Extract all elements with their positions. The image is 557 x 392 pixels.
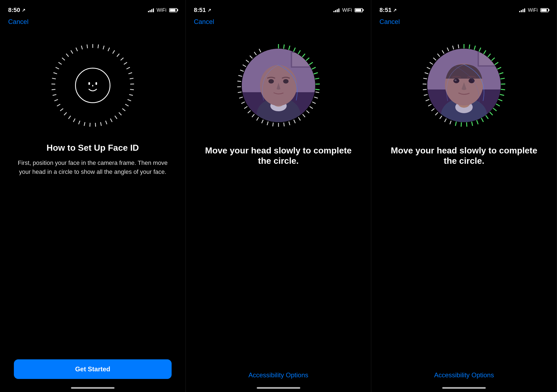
time-2: 8:51 ↗	[194, 7, 211, 14]
svg-line-134	[501, 89, 505, 90]
subtitle-2: Move your head slowly to complete the ci…	[199, 145, 358, 166]
svg-point-151	[441, 98, 487, 122]
svg-line-31	[54, 100, 58, 101]
svg-line-42	[76, 48, 78, 51]
subtitle-1: First, position your face in the camera …	[14, 158, 172, 176]
time-text-2: 8:51	[194, 7, 206, 14]
svg-line-22	[95, 123, 95, 127]
svg-line-15	[125, 104, 128, 106]
svg-line-70	[237, 81, 241, 81]
svg-point-152	[441, 98, 487, 122]
svg-line-112	[423, 78, 427, 79]
signal-icon-2	[333, 8, 339, 12]
svg-line-10	[130, 78, 134, 79]
face-render-2	[242, 49, 315, 122]
location-arrow-icon-1: ↗	[22, 8, 25, 13]
svg-line-121	[458, 44, 459, 48]
face-render-3	[427, 49, 501, 122]
signal-icon-1	[148, 8, 154, 12]
svg-line-26	[73, 119, 75, 122]
svg-line-8	[126, 67, 130, 69]
cancel-button-2[interactable]: Cancel	[194, 18, 214, 26]
nav-bar-1: Cancel	[0, 15, 185, 28]
svg-line-13	[129, 94, 133, 95]
nav-bar-2: Cancel	[186, 15, 371, 28]
accessibility-button-2[interactable]: Accessibility Options	[246, 369, 311, 382]
svg-point-159	[454, 79, 457, 81]
svg-rect-94	[292, 53, 311, 66]
face-id-ring-1	[47, 39, 139, 132]
signal-icon-3	[519, 8, 525, 12]
face-photo-3	[427, 49, 501, 122]
svg-line-7	[124, 62, 127, 64]
camera-view-2	[242, 49, 315, 122]
svg-line-37	[55, 67, 59, 69]
svg-line-68	[238, 92, 242, 92]
svg-line-39	[62, 58, 65, 60]
time-text-3: 8:51	[379, 7, 391, 14]
svg-line-18	[115, 116, 117, 119]
svg-point-156	[445, 64, 483, 106]
accessibility-button-3[interactable]: Accessibility Options	[431, 369, 497, 382]
svg-line-41	[71, 50, 73, 54]
svg-rect-150	[479, 52, 497, 65]
cancel-button-1[interactable]: Cancel	[8, 18, 29, 26]
status-icons-3: WiFi	[519, 7, 549, 13]
home-indicator-2	[257, 387, 300, 389]
main-title-1: How to Set Up Face ID	[14, 143, 172, 153]
location-arrow-icon-2: ↗	[208, 8, 211, 13]
svg-line-23	[90, 123, 90, 127]
svg-line-5	[117, 54, 119, 57]
svg-line-48	[315, 92, 319, 92]
nav-bar-3: Cancel	[371, 15, 557, 28]
svg-line-89	[315, 84, 320, 84]
screen-3: 8:51 ↗ WiFi Cancel	[371, 0, 557, 392]
main-content-1: How to Set Up Face ID First, position yo…	[0, 28, 185, 387]
time-1: 8:50 ↗	[8, 7, 25, 14]
svg-line-27	[68, 116, 70, 119]
svg-line-38	[58, 62, 62, 64]
time-3: 8:51 ↗	[379, 7, 397, 14]
svg-line-9	[128, 73, 132, 74]
svg-line-4	[113, 50, 115, 54]
face-photo-2	[242, 49, 315, 122]
svg-line-16	[122, 109, 125, 111]
home-indicator-3	[442, 387, 486, 389]
svg-line-40	[66, 54, 69, 57]
status-bar-1: 8:50 ↗ WiFi	[0, 0, 185, 15]
battery-icon-1	[169, 8, 177, 12]
cancel-button-3[interactable]: Cancel	[379, 18, 400, 26]
svg-line-20	[106, 121, 107, 124]
time-text-1: 8:50	[8, 7, 20, 14]
screen-1: 8:50 ↗ WiFi Cancel	[0, 0, 186, 392]
subtitle-3: Move your head slowly to complete the ci…	[385, 145, 543, 166]
status-bar-3: 8:51 ↗ WiFi	[371, 0, 557, 15]
get-started-button[interactable]: Get Started	[14, 359, 171, 379]
main-content-2: Move your head slowly to complete the ci…	[186, 28, 371, 387]
svg-line-36	[53, 73, 57, 74]
text-section-2: Move your head slowly to complete the ci…	[186, 132, 371, 260]
screen-2: 8:51 ↗ WiFi Cancel	[186, 0, 372, 392]
svg-rect-149	[478, 51, 499, 67]
text-section-1: How to Set Up Face ID First, position yo…	[0, 132, 185, 359]
svg-rect-147	[427, 49, 501, 122]
svg-line-133	[501, 84, 505, 84]
svg-line-12	[130, 89, 134, 89]
face-id-ring-2	[232, 39, 325, 132]
svg-line-143	[472, 122, 472, 126]
svg-line-59	[273, 123, 273, 126]
svg-line-146	[456, 122, 456, 126]
svg-line-17	[119, 112, 122, 115]
svg-line-44	[87, 44, 88, 48]
svg-rect-91	[242, 49, 315, 122]
svg-point-95	[257, 98, 300, 122]
svg-rect-93	[291, 51, 312, 68]
svg-line-35	[52, 78, 56, 79]
svg-point-101	[283, 79, 289, 84]
svg-line-32	[52, 94, 56, 95]
status-bar-2: 8:51 ↗ WiFi	[186, 0, 371, 15]
svg-line-25	[79, 121, 80, 124]
svg-line-43	[81, 46, 82, 49]
battery-icon-3	[540, 8, 549, 12]
main-content-3: Move your head slowly to complete the ci…	[371, 28, 557, 387]
